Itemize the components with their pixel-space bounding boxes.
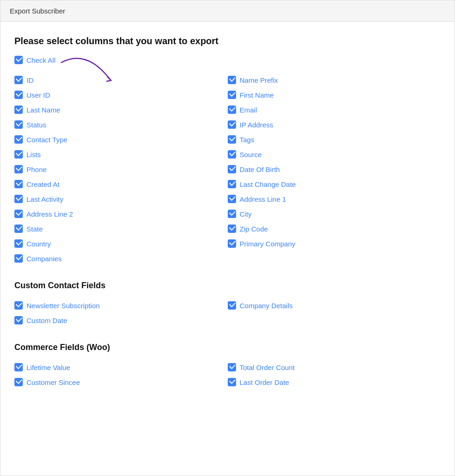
col-ip-address-label[interactable]: IP Address (240, 121, 273, 129)
checkbox-item: ID (14, 73, 228, 87)
col-ip-address-checkbox[interactable] (228, 120, 236, 129)
col-email-checkbox[interactable] (228, 106, 236, 114)
checkbox-item: Lists (14, 147, 228, 162)
checkbox-item: Country (14, 236, 228, 251)
col-last-change-date-label[interactable]: Last Change Date (240, 180, 296, 188)
cf-custom-date-checkbox[interactable] (14, 316, 23, 324)
col-last-activity-checkbox[interactable] (14, 195, 23, 203)
woo-lifetime-checkbox[interactable] (14, 363, 23, 371)
col-lists-label[interactable]: Lists (26, 151, 41, 159)
commerce-fields-title: Commerce Fields (Woo) (14, 343, 441, 352)
col-email-label[interactable]: Email (240, 106, 257, 114)
checkbox-item: Address Line 1 (228, 192, 441, 206)
col-city-label[interactable]: City (240, 210, 252, 218)
col-phone-checkbox[interactable] (14, 165, 23, 173)
checkbox-item: Status (14, 117, 228, 132)
checkbox-item: Customer Sincee (14, 375, 228, 390)
col-user-id-checkbox[interactable] (14, 91, 23, 99)
woo-customer-since-checkbox[interactable] (14, 378, 23, 386)
col-state-label[interactable]: State (26, 225, 43, 233)
col-address-line-2-label[interactable]: Address Line 2 (26, 210, 73, 218)
col-companies-checkbox[interactable] (14, 254, 23, 263)
col-contact-type-label[interactable]: Contact Type (26, 136, 67, 144)
check-all-checkbox[interactable] (14, 56, 23, 64)
col-city-checkbox[interactable] (228, 210, 236, 218)
col-source-checkbox[interactable] (228, 150, 236, 159)
commerce-fields-grid: Lifetime Value Total Order Count Custome… (14, 360, 441, 390)
col-address-line-2-checkbox[interactable] (14, 210, 23, 218)
cf-custom-date-label[interactable]: Custom Date (26, 317, 67, 324)
checkbox-item: Created At (14, 177, 228, 192)
checkbox-item: Primary Company (228, 236, 441, 251)
commerce-fields-section: Commerce Fields (Woo) Lifetime Value Tot… (14, 343, 441, 390)
col-source-label[interactable]: Source (240, 151, 262, 159)
col-user-id-label[interactable]: User ID (26, 91, 50, 99)
checkbox-item: Last Change Date (228, 177, 441, 192)
checkbox-item: Last Name (14, 102, 228, 117)
col-created-at-checkbox[interactable] (14, 180, 23, 188)
window-title: Export Subscriber (10, 7, 65, 15)
col-country-checkbox[interactable] (14, 239, 23, 248)
cf-company-details-checkbox[interactable] (228, 301, 236, 310)
checkbox-item: Last Order Date (228, 375, 441, 390)
col-primary-company-label[interactable]: Primary Company (240, 240, 296, 248)
col-address-line-1-checkbox[interactable] (228, 195, 236, 203)
col-zip-code-label[interactable]: Zip Code (240, 225, 268, 233)
checkbox-item: Last Activity (14, 192, 228, 206)
col-first-name-label[interactable]: First Name (240, 91, 274, 99)
col-companies-label[interactable]: Companies (26, 255, 62, 263)
cf-newsletter-checkbox[interactable] (14, 301, 23, 310)
col-status-label[interactable]: Status (26, 121, 46, 129)
title-bar: Export Subscriber (0, 0, 455, 22)
col-last-name-checkbox[interactable] (14, 106, 23, 114)
col-id-checkbox[interactable] (14, 76, 23, 84)
col-lists-checkbox[interactable] (14, 150, 23, 159)
col-created-at-label[interactable]: Created At (26, 180, 59, 188)
col-tags-label[interactable]: Tags (240, 136, 255, 144)
cf-company-details-label[interactable]: Company Details (240, 302, 293, 310)
col-first-name-checkbox[interactable] (228, 91, 236, 99)
col-name-prefix-checkbox[interactable] (228, 76, 236, 84)
col-zip-code-checkbox[interactable] (228, 225, 236, 233)
woo-total-orders-label[interactable]: Total Order Count (240, 364, 295, 371)
col-last-name-label[interactable]: Last Name (26, 106, 60, 114)
col-name-prefix-label[interactable]: Name Prefix (240, 76, 278, 84)
col-state-checkbox[interactable] (14, 225, 23, 233)
checkbox-item: Tags (228, 132, 441, 147)
checkbox-item: Zip Code (228, 221, 441, 236)
checkbox-item: User ID (14, 87, 228, 102)
page-heading: Please select columns that you want to e… (14, 36, 441, 46)
col-phone-label[interactable]: Phone (26, 165, 46, 173)
checkbox-item: IP Address (228, 117, 441, 132)
col-address-line-1-label[interactable]: Address Line 1 (240, 195, 286, 203)
col-tags-checkbox[interactable] (228, 135, 236, 144)
woo-lifetime-label[interactable]: Lifetime Value (26, 364, 70, 371)
col-country-label[interactable]: Country (26, 240, 51, 248)
col-date-of-birth-checkbox[interactable] (228, 165, 236, 173)
col-primary-company-checkbox[interactable] (228, 239, 236, 248)
checkbox-item: Lifetime Value (14, 360, 228, 375)
col-status-checkbox[interactable] (14, 120, 23, 129)
checkbox-item: State (14, 221, 228, 236)
checkbox-item: Source (228, 147, 441, 162)
col-date-of-birth-label[interactable]: Date Of Birth (240, 165, 280, 173)
custom-fields-section: Custom Contact Fields Newsletter Subscri… (14, 281, 441, 328)
checkbox-item: Contact Type (14, 132, 228, 147)
checkbox-item (228, 313, 441, 328)
check-all-row: Check All (14, 56, 441, 64)
checkbox-item: Total Order Count (228, 360, 441, 375)
checkbox-item: Date Of Birth (228, 162, 441, 177)
woo-last-order-checkbox[interactable] (228, 378, 236, 386)
woo-last-order-label[interactable]: Last Order Date (240, 378, 290, 386)
col-id-label[interactable]: ID (26, 76, 33, 84)
col-contact-type-checkbox[interactable] (14, 135, 23, 144)
checkbox-item: Newsletter Subscription (14, 298, 228, 313)
checkbox-item: First Name (228, 87, 441, 102)
col-last-activity-label[interactable]: Last Activity (26, 195, 63, 203)
woo-total-orders-checkbox[interactable] (228, 363, 236, 371)
main-columns-grid: ID Name Prefix User ID First Name Last N… (14, 73, 441, 266)
col-last-change-date-checkbox[interactable] (228, 180, 236, 188)
cf-newsletter-label[interactable]: Newsletter Subscription (26, 302, 100, 310)
check-all-label[interactable]: Check All (26, 56, 56, 64)
woo-customer-since-label[interactable]: Customer Sincee (26, 378, 80, 386)
